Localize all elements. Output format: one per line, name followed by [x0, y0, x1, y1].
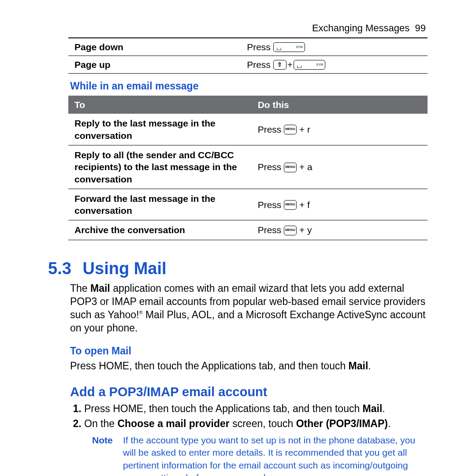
action-keys: Press MENU + a: [252, 145, 428, 189]
subheading-add-account: Add a POP3/IMAP email account: [70, 384, 428, 401]
table-header-row: To Do this: [68, 96, 428, 114]
table-row: Page up Press +SYM: [68, 56, 428, 73]
registered-mark: ®: [139, 310, 142, 315]
menu-key-icon: MENU: [284, 163, 297, 172]
email-shortcut-table: To Do this Reply to the last message in …: [68, 96, 428, 240]
action-desc: Forward the last message in the conversa…: [68, 189, 252, 220]
section-number: 5.3: [48, 258, 78, 279]
action-keys: Press MENU + f: [252, 189, 428, 220]
space-key-icon: SYM: [273, 42, 305, 52]
nav-shortcut-table: Page down Press SYM Page up Press +SYM: [68, 37, 428, 74]
section-heading: 5.3 Using Mail: [48, 258, 428, 279]
shortcut-action: Press SYM: [241, 38, 428, 56]
table-row: Archive the conversation Press MENU + y: [68, 220, 428, 240]
running-header: Exchanging Messages 99: [68, 22, 428, 35]
shortcut-label: Page up: [68, 56, 241, 73]
action-desc: Reply to the last message in the convers…: [68, 114, 252, 145]
note-text: If the account type you want to set up i…: [123, 434, 428, 476]
shortcut-action: Press +SYM: [241, 56, 428, 73]
action-keys: Press MENU + y: [252, 220, 428, 240]
header-page-number: 99: [415, 22, 426, 33]
menu-key-icon: MENU: [284, 125, 297, 134]
note-block: Note If the account type you want to set…: [92, 434, 428, 476]
note-label: Note: [92, 434, 123, 476]
menu-key-icon: MENU: [284, 200, 297, 210]
action-keys: Press MENU + r: [252, 114, 428, 145]
action-desc: Archive the conversation: [68, 220, 252, 240]
table-row: Reply to all (the sender and CC/BCC reci…: [68, 145, 428, 189]
open-mail-paragraph: Press HOME, then touch the Applications …: [70, 360, 428, 373]
intro-paragraph: The Mail application comes with an email…: [70, 282, 428, 335]
space-key-icon: SYM: [294, 60, 325, 70]
shortcut-label: Page down: [68, 38, 241, 56]
subheading-while-in-email: While in an email message: [70, 80, 428, 93]
col-header-do-this: Do this: [252, 96, 428, 114]
header-section: Exchanging Messages: [312, 22, 409, 33]
section-title: Using Mail: [83, 259, 167, 278]
steps-list: Press HOME, then touch the Applications …: [70, 402, 428, 431]
shift-key-icon: [273, 60, 286, 70]
table-row: Page down Press SYM: [68, 38, 428, 56]
menu-key-icon: MENU: [284, 226, 297, 235]
subheading-to-open-mail: To open Mail: [70, 345, 428, 358]
table-row: Forward the last message in the conversa…: [68, 189, 428, 220]
col-header-to: To: [68, 96, 252, 114]
manual-page: Exchanging Messages 99 Page down Press S…: [0, 0, 476, 476]
step-item: Press HOME, then touch the Applications …: [84, 402, 428, 416]
table-row: Reply to the last message in the convers…: [68, 114, 428, 145]
step-item: On the Choose a mail provider screen, to…: [84, 417, 428, 431]
action-desc: Reply to all (the sender and CC/BCC reci…: [68, 145, 252, 189]
